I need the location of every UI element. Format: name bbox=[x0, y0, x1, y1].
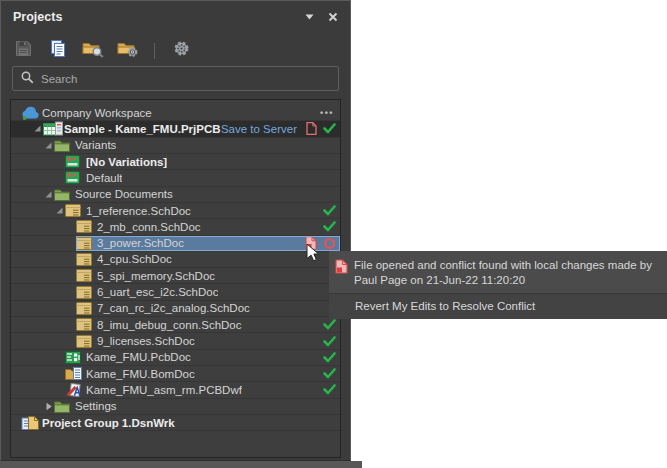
projects-panel: Projects Company Workspa bbox=[0, 0, 351, 461]
tree-item-1-reference-schdoc[interactable]: 1_reference.SchDoc bbox=[11, 203, 340, 219]
tree-item-label: Settings bbox=[75, 400, 117, 412]
tree-item-label: Kame_FMU.BomDoc bbox=[86, 368, 195, 380]
tree-item-kame-fmu-asm-rm-pcbdwf[interactable]: Kame_FMU_asm_rm.PCBDwf bbox=[11, 382, 340, 398]
tree-item-5-spi-memory-schdoc[interactable]: 5_spi_memory.SchDoc bbox=[11, 268, 340, 284]
tooltip-message: File opened and conflict found with loca… bbox=[329, 251, 667, 293]
search-input[interactable] bbox=[41, 73, 330, 85]
tree-item-9-licenses-schdoc[interactable]: 9_licenses.SchDoc bbox=[11, 333, 340, 349]
tree-item-no-variations[interactable]: [No Variations] bbox=[11, 154, 340, 170]
panel-settings-button[interactable] bbox=[170, 41, 192, 61]
save-to-server-link[interactable]: Save to Server bbox=[221, 123, 306, 135]
arrow-spacer bbox=[54, 352, 65, 362]
conflict-doc-icon bbox=[335, 259, 348, 276]
close-icon[interactable] bbox=[326, 10, 340, 24]
arrow-spacer bbox=[65, 320, 76, 330]
tree-item-7-can-rc-i2c-analog-schdoc[interactable]: 7_can_rc_i2c_analog.SchDoc bbox=[11, 301, 340, 317]
toolbar-separator bbox=[154, 43, 155, 59]
folder-icon bbox=[54, 139, 75, 152]
arrow-spacer bbox=[54, 369, 65, 379]
tree-item-default[interactable]: Default bbox=[11, 170, 340, 186]
expanded-arrow-icon[interactable] bbox=[54, 206, 65, 216]
check-icon bbox=[323, 336, 336, 347]
panel-titlebar: Projects bbox=[1, 1, 350, 33]
schdoc-icon bbox=[76, 269, 97, 282]
tree-item-2-mb-conn-schdoc[interactable]: 2_mb_conn.SchDoc bbox=[11, 219, 340, 235]
arrow-spacer bbox=[54, 385, 65, 395]
sync-conflict-icon bbox=[323, 237, 336, 250]
tree-item-label: Project Group 1.DsnWrk bbox=[42, 417, 175, 429]
folder-icon bbox=[54, 188, 75, 201]
folder-search-icon bbox=[82, 40, 104, 62]
bomdoc-icon bbox=[65, 367, 86, 380]
panel-title: Projects bbox=[1, 10, 62, 24]
mouse-cursor-icon bbox=[306, 243, 320, 267]
tree-item-label: Company Workspace bbox=[42, 107, 152, 119]
check-icon bbox=[323, 352, 336, 363]
tree-item-label: 3_power.SchDoc bbox=[97, 237, 184, 249]
floppy-disk-icon bbox=[15, 40, 32, 61]
save-button[interactable] bbox=[12, 41, 34, 61]
arrow-spacer bbox=[54, 173, 65, 183]
expanded-arrow-icon[interactable] bbox=[43, 189, 54, 199]
check-icon bbox=[323, 384, 336, 395]
tree-item-kame-fmu-bomdoc[interactable]: Kame_FMU.BomDoc bbox=[11, 366, 340, 382]
tree-item-sample-kame-fmu-prjpcb[interactable]: Sample - Kame_FMU.PrjPCB *Save to Server bbox=[11, 121, 340, 137]
schdoc-icon bbox=[76, 286, 97, 299]
tree-item-4-cpu-schdoc[interactable]: 4_cpu.SchDoc bbox=[11, 252, 340, 268]
arrow-spacer bbox=[54, 157, 65, 167]
schdoc-icon bbox=[76, 302, 97, 315]
tree-item-label: Default bbox=[86, 172, 122, 184]
tree-item-label: 8_imu_debug_conn.SchDoc bbox=[97, 319, 242, 331]
check-icon bbox=[323, 319, 336, 330]
check-icon bbox=[323, 221, 336, 232]
check-icon bbox=[323, 205, 336, 216]
chevron-down-icon[interactable] bbox=[302, 10, 316, 24]
open-project-button[interactable] bbox=[82, 41, 104, 61]
project-tree: Company Workspace•••Sample - Kame_FMU.Pr… bbox=[10, 99, 341, 458]
variant-icon bbox=[65, 171, 86, 184]
schdoc-icon bbox=[76, 335, 97, 348]
schdoc-icon bbox=[76, 237, 97, 250]
tree-item-8-imu-debug-conn-schdoc[interactable]: 8_imu_debug_conn.SchDoc bbox=[11, 317, 340, 333]
tree-item-label: Kame_FMU.PcbDoc bbox=[86, 351, 191, 363]
pcbdoc-icon bbox=[65, 351, 86, 364]
tree-item-6-uart-esc-i2c-schdoc[interactable]: 6_uart_esc_i2c.SchDoc bbox=[11, 284, 340, 300]
tree-item-label: Kame_FMU_asm_rm.PCBDwf bbox=[86, 384, 242, 396]
schdoc-icon bbox=[76, 318, 97, 331]
arrow-spacer bbox=[65, 336, 76, 346]
arrow-spacer bbox=[65, 287, 76, 297]
tooltip-message-text: File opened and conflict found with loca… bbox=[354, 258, 659, 287]
variant-icon bbox=[65, 155, 86, 168]
project-icon bbox=[43, 121, 64, 136]
tree-item-label: Variants bbox=[75, 139, 116, 151]
dwfdoc-icon bbox=[65, 383, 86, 397]
arrow-spacer bbox=[65, 303, 76, 313]
panel-bottom-edge bbox=[0, 461, 362, 468]
expanded-arrow-icon[interactable] bbox=[43, 140, 54, 150]
tree-item-variants[interactable]: Variants bbox=[11, 138, 340, 154]
ellipsis-icon[interactable]: ••• bbox=[320, 108, 336, 118]
check-icon bbox=[323, 368, 336, 379]
schdoc-icon bbox=[65, 204, 86, 217]
tree-item-project-group-1-dsnwrk[interactable]: Project Group 1.DsnWrk bbox=[11, 415, 340, 431]
expanded-arrow-icon[interactable] bbox=[32, 124, 43, 134]
tree-item-label: 1_reference.SchDoc bbox=[86, 205, 191, 217]
search-icon bbox=[21, 70, 41, 88]
tree-item-3-power-schdoc[interactable]: 3_power.SchDoc bbox=[11, 236, 340, 252]
folder-gear-icon bbox=[117, 40, 139, 62]
copy-documents-button[interactable] bbox=[47, 41, 69, 61]
collapsed-arrow-icon[interactable] bbox=[43, 401, 54, 411]
cloud-icon bbox=[21, 106, 42, 120]
tree-item-settings[interactable]: Settings bbox=[11, 399, 340, 415]
tree-item-label: 6_uart_esc_i2c.SchDoc bbox=[97, 286, 218, 298]
revert-my-edits-menu-item[interactable]: Revert My Edits to Resolve Conflict bbox=[329, 293, 667, 319]
project-options-button[interactable] bbox=[117, 41, 139, 61]
schdoc-icon bbox=[76, 220, 97, 233]
tree-item-label: 4_cpu.SchDoc bbox=[97, 253, 172, 265]
arrow-spacer bbox=[65, 271, 76, 281]
tree-item-kame-fmu-pcbdoc[interactable]: Kame_FMU.PcbDoc bbox=[11, 350, 340, 366]
tree-item-company-workspace[interactable]: Company Workspace••• bbox=[11, 105, 340, 121]
tree-item-source-documents[interactable]: Source Documents bbox=[11, 187, 340, 203]
tree-item-label: 7_can_rc_i2c_analog.SchDoc bbox=[97, 302, 250, 314]
arrow-spacer bbox=[65, 222, 76, 232]
